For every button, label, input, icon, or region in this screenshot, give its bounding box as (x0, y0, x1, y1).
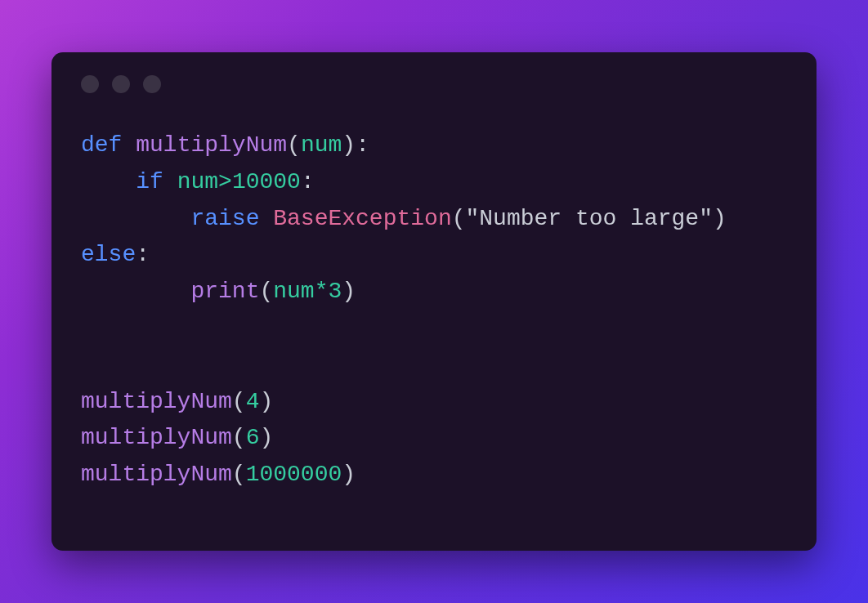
class-name: BaseException (273, 206, 451, 231)
num-factor: 3 (328, 279, 342, 304)
call-fn: multiplyNum (81, 389, 232, 414)
traffic-light-close[interactable] (81, 75, 99, 93)
traffic-light-minimize[interactable] (112, 75, 130, 93)
call-fn: multiplyNum (81, 462, 232, 487)
num-threshold: 10000 (232, 169, 301, 194)
keyword-raise: raise (190, 206, 259, 231)
function-name: multiplyNum (136, 132, 287, 158)
rparen: ) (342, 462, 356, 487)
lparen: ( (232, 462, 246, 487)
call-arg: 4 (246, 389, 260, 414)
traffic-lights (81, 75, 787, 93)
keyword-def: def (81, 132, 122, 158)
keyword-if: if (136, 169, 163, 194)
code-window: def multiplyNum(num): if num>10000: rais… (51, 52, 817, 551)
call-fn: multiplyNum (81, 425, 232, 450)
rparen: ) (259, 389, 273, 414)
code-block: def multiplyNum(num): if num>10000: rais… (81, 127, 787, 494)
colon: : (136, 242, 150, 267)
rparen: ) (259, 425, 273, 450)
lparen: ( (232, 425, 246, 450)
rparen: ) (342, 279, 356, 304)
param-name: num (301, 132, 342, 158)
traffic-light-zoom[interactable] (143, 75, 161, 93)
var-num: num (273, 279, 314, 304)
rparen: ) (342, 132, 356, 158)
var-num: num (177, 169, 218, 194)
call-arg: 1000000 (246, 462, 342, 487)
keyword-else: else (81, 242, 136, 267)
string-literal: "Number too large") (466, 206, 727, 231)
op-star: * (315, 279, 329, 304)
colon: : (301, 169, 315, 194)
lparen: ( (232, 389, 246, 414)
colon: : (356, 132, 369, 158)
lparen: ( (287, 132, 301, 158)
op-gt: > (218, 169, 232, 194)
lparen: ( (259, 279, 273, 304)
call-arg: 6 (246, 425, 260, 450)
lparen: ( (452, 206, 466, 231)
builtin-print: print (190, 279, 259, 304)
